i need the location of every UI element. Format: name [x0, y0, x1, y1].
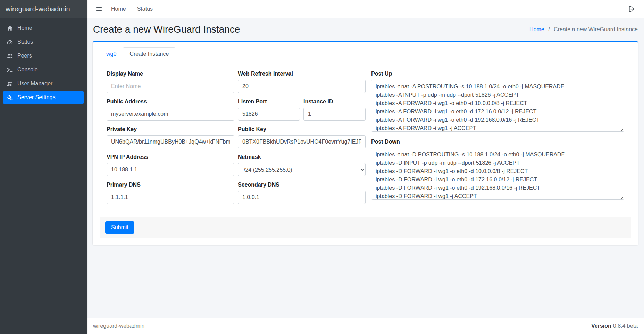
private-key-input[interactable]: [107, 135, 234, 148]
primary-dns-group: Primary DNS: [107, 182, 234, 204]
instance-id-group: Instance ID: [303, 99, 366, 121]
sidebar-item-label: Server Settings: [17, 94, 55, 101]
page-footer: wireguard-webadmin Version0.8.4 beta: [87, 318, 644, 334]
sidebar-item-label: Peers: [17, 53, 32, 59]
private-key-label: Private Key: [107, 126, 234, 132]
public-address-input[interactable]: [107, 108, 234, 121]
primary-dns-label: Primary DNS: [107, 182, 234, 188]
tachometer-icon: [6, 39, 14, 45]
hamburger-icon: [96, 6, 102, 12]
brand-link[interactable]: wireguard-webadmin: [0, 0, 87, 18]
post-up-group: Post Up iptables -t nat -A POSTROUTING -…: [371, 71, 624, 133]
users-gear-icon: [6, 81, 14, 87]
display-name-group: Display Name: [107, 71, 234, 93]
public-key-input[interactable]: [238, 135, 366, 148]
footer-version-value: 0.8.4 beta: [613, 323, 638, 329]
display-name-label: Display Name: [107, 71, 234, 77]
sidebar-item-label: User Manager: [17, 80, 52, 87]
instance-id-input[interactable]: [303, 108, 366, 121]
breadcrumb-separator: /: [548, 26, 550, 32]
breadcrumb-home-link[interactable]: Home: [529, 26, 544, 32]
post-down-group: Post Down iptables -t nat -D POSTROUTING…: [371, 139, 624, 201]
post-down-textarea[interactable]: iptables -t nat -D POSTROUTING -s 10.188…: [371, 148, 624, 200]
netmask-label: Netmask: [238, 154, 366, 160]
vpn-ip-input[interactable]: [107, 163, 234, 176]
sidebar-item-label: Home: [17, 25, 32, 31]
footer-brand: wireguard-webadmin: [93, 323, 145, 329]
card-body: Display Name Web Refresh Interval: [93, 61, 638, 245]
logout-button[interactable]: [626, 3, 637, 15]
web-refresh-interval-group: Web Refresh Interval: [238, 71, 366, 93]
form-left-columns: Display Name Web Refresh Interval: [107, 71, 366, 209]
sidebar-nav: Home Status Peers Console: [0, 18, 87, 109]
listen-port-label: Listen Port: [238, 99, 300, 105]
sidebar-item-label: Console: [17, 67, 38, 73]
top-navbar: Home Status: [87, 0, 644, 18]
public-address-label: Public Address: [107, 99, 234, 105]
post-up-label: Post Up: [371, 71, 624, 77]
main-column: Home Status Create a new WireGuard Insta…: [87, 0, 644, 334]
public-key-label: Public Key: [238, 126, 366, 132]
instance-id-label: Instance ID: [303, 99, 366, 105]
sidebar-item-status[interactable]: Status: [3, 36, 84, 48]
instance-form: Display Name Web Refresh Interval: [100, 62, 631, 216]
web-refresh-interval-label: Web Refresh Interval: [238, 71, 366, 77]
public-address-group: Public Address: [107, 99, 234, 121]
sign-out-icon: [628, 6, 635, 12]
form-right-column: Post Up iptables -t nat -A POSTROUTING -…: [371, 71, 624, 209]
instance-tabs: wg0 Create Instance: [93, 42, 638, 61]
private-key-group: Private Key: [107, 126, 234, 148]
sidebar: wireguard-webadmin Home Status Peers: [0, 0, 87, 334]
display-name-input[interactable]: [107, 80, 234, 93]
sidebar-item-server-settings[interactable]: Server Settings: [3, 91, 84, 104]
post-up-textarea[interactable]: iptables -t nat -A POSTROUTING -s 10.188…: [371, 80, 624, 132]
footer-version: Version0.8.4 beta: [591, 323, 638, 329]
vpn-ip-group: VPN IP Address: [107, 154, 234, 176]
primary-dns-input[interactable]: [107, 191, 234, 204]
netmask-select[interactable]: /24 (255.255.255.0): [238, 163, 366, 176]
menu-toggle-button[interactable]: [94, 4, 104, 14]
content-area: Create a new WireGuard Instance Home / C…: [87, 18, 644, 318]
sidebar-item-user-manager[interactable]: User Manager: [3, 77, 84, 90]
listen-port-input[interactable]: [238, 108, 300, 121]
port-id-split: Listen Port Instance ID: [238, 99, 366, 126]
secondary-dns-group: Secondary DNS: [238, 182, 366, 204]
secondary-dns-label: Secondary DNS: [238, 182, 366, 188]
secondary-dns-input[interactable]: [238, 191, 366, 204]
app-window: wireguard-webadmin Home Status Peers: [0, 0, 644, 334]
footer-version-label: Version: [591, 323, 611, 329]
web-refresh-interval-input[interactable]: [238, 80, 366, 93]
topnav-link-status[interactable]: Status: [133, 3, 157, 15]
form-footer: Submit: [100, 217, 631, 238]
content-header: Create a new WireGuard Instance Home / C…: [87, 18, 644, 40]
brand-label: wireguard-webadmin: [6, 5, 70, 13]
gears-icon: [6, 95, 14, 101]
post-down-label: Post Down: [371, 139, 624, 145]
instance-card: wg0 Create Instance Display Name: [93, 41, 638, 245]
sidebar-item-peers[interactable]: Peers: [3, 50, 84, 62]
tab-wg0[interactable]: wg0: [100, 47, 123, 61]
public-key-group: Public Key: [238, 126, 366, 148]
terminal-icon: [6, 67, 14, 73]
sidebar-item-console[interactable]: Console: [3, 63, 84, 76]
sidebar-item-home[interactable]: Home: [3, 22, 84, 34]
breadcrumb-current: Create a new WireGuard Instance: [554, 26, 638, 32]
sidebar-item-label: Status: [17, 39, 33, 45]
home-icon: [6, 25, 14, 31]
netmask-group: Netmask /24 (255.255.255.0): [238, 154, 366, 176]
vpn-ip-label: VPN IP Address: [107, 154, 234, 160]
listen-port-group: Listen Port: [238, 99, 300, 121]
tab-create-instance[interactable]: Create Instance: [123, 47, 175, 61]
page-title: Create a new WireGuard Instance: [93, 24, 240, 35]
users-icon: [6, 53, 14, 59]
submit-button[interactable]: Submit: [105, 221, 134, 234]
breadcrumb: Home / Create a new WireGuard Instance: [529, 26, 638, 33]
topnav-link-home[interactable]: Home: [107, 3, 130, 15]
